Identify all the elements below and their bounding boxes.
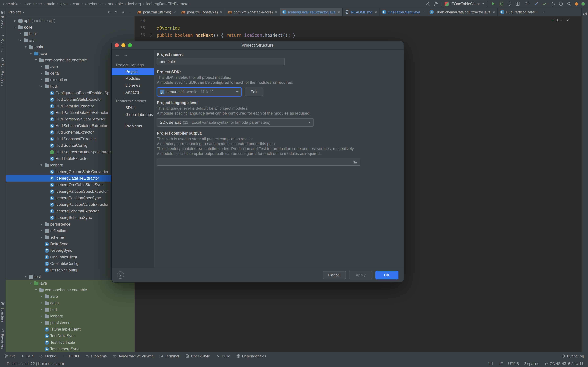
status-widget[interactable]: UTF-8 [508, 362, 519, 366]
next-issue-icon[interactable] [566, 18, 570, 22]
toolwindow-button-git[interactable]: Git [4, 354, 15, 358]
status-widget[interactable]: 2 spaces [524, 362, 539, 366]
run-config-selector[interactable]: ITOneTableClient [442, 0, 487, 7]
cancel-button[interactable]: Cancel [323, 271, 346, 279]
panel-title[interactable]: Project [8, 10, 21, 14]
tree-toggle-icon[interactable] [24, 275, 28, 279]
editor-tab[interactable]: CHudiSchemaCatalogExtractor.java× [427, 8, 498, 16]
tool-stripe-button-favorites[interactable]: Favorites [1, 328, 5, 349]
overriding-method-icon[interactable] [149, 33, 153, 37]
editor-tab[interactable]: COneTableClient.java× [379, 8, 427, 16]
editor-tab[interactable]: README.md× [343, 8, 380, 16]
breadcrumb-item[interactable]: java [60, 1, 68, 6]
breadcrumb-item[interactable]: onetable [3, 1, 18, 6]
status-message[interactable]: Tests passed: 22 (11 minutes ago) [7, 362, 64, 366]
close-window-icon[interactable] [115, 43, 119, 47]
dialog-nav-item[interactable]: Libraries [112, 82, 154, 89]
hidden-tabs-icon[interactable] [541, 10, 545, 14]
tree-toggle-icon[interactable] [34, 288, 38, 292]
history-button[interactable] [558, 1, 564, 6]
tree-item[interactable]: avro [6, 293, 135, 300]
toolwindow-button-todo[interactable]: TODO [62, 354, 79, 358]
user-icon[interactable] [425, 1, 430, 6]
breadcrumb-item[interactable]: IcebergDataFileExtractor [146, 1, 190, 6]
breadcrumb-item[interactable]: onetable [108, 1, 123, 6]
tree-item[interactable]: iceberg [6, 313, 135, 319]
tree-toggle-icon[interactable] [18, 32, 22, 36]
dialog-nav-item[interactable]: SDKs [112, 104, 154, 111]
dialog-nav-item[interactable]: Modules [112, 75, 154, 82]
dialog-nav-item[interactable]: Problems [112, 123, 154, 130]
tree-toggle-icon[interactable] [13, 19, 17, 23]
dialog-nav-item[interactable]: Artifacts [112, 89, 154, 96]
ok-button[interactable]: OK [375, 271, 398, 279]
edit-sdk-button[interactable]: Edit [245, 88, 263, 96]
tree-toggle-icon[interactable] [39, 84, 43, 88]
tree-item[interactable]: build [6, 31, 135, 37]
language-level-selector[interactable]: SDK default (11 - Local variable syntax … [157, 118, 314, 127]
panel-settings-button[interactable] [121, 10, 125, 14]
tree-toggle-icon[interactable] [39, 235, 43, 239]
tree-toggle-icon[interactable] [39, 314, 43, 318]
tool-stripe-button-project[interactable]: Project [1, 10, 5, 28]
status-widget[interactable]: 1:1 [488, 362, 493, 366]
tool-stripe-button-pull-requests[interactable]: Pull Requests [1, 58, 5, 86]
close-tab-icon[interactable]: × [422, 10, 425, 14]
debug-button[interactable] [499, 1, 504, 6]
toolwindow-button-terminal[interactable]: Terminal [159, 354, 179, 358]
run-button[interactable] [490, 1, 496, 6]
tree-item[interactable]: CITOneTableClient [6, 326, 135, 333]
commit-button[interactable] [542, 1, 547, 6]
tree-item[interactable]: CTestDeltaSync [6, 333, 135, 339]
tree-item[interactable]: CTestIcebergSync [6, 346, 135, 352]
tree-toggle-icon[interactable] [29, 281, 33, 285]
tree-toggle-icon[interactable] [39, 78, 43, 82]
status-widget[interactable]: LF [498, 362, 503, 366]
search-everywhere-button[interactable] [567, 1, 572, 6]
tree-toggle-icon[interactable] [39, 65, 43, 69]
tree-item[interactable]: com.onehouse.onetable [6, 287, 135, 293]
locate-file-button[interactable] [107, 10, 111, 14]
toolwindow-button-avro-parquet-viewer[interactable]: Avro/Parquet Viewer [113, 354, 153, 358]
tree-toggle-icon[interactable] [18, 38, 22, 42]
tree-toggle-icon[interactable] [29, 51, 33, 56]
editor-tab[interactable]: CIcebergDataFileExtractor.java× [280, 8, 343, 16]
update-badge-icon[interactable] [575, 2, 578, 5]
toolwindow-button-checkstyle[interactable]: CheckStyle [185, 354, 210, 358]
tree-item[interactable]: hudi [6, 306, 135, 313]
project-sdk-selector[interactable]: J temurin-11 version 11.0.12 [157, 88, 242, 96]
apply-button[interactable]: Apply [349, 271, 372, 279]
dialog-nav-item[interactable]: Global Libraries [112, 111, 154, 118]
tree-toggle-icon[interactable] [39, 321, 43, 325]
tree-toggle-icon[interactable] [39, 163, 43, 167]
hide-panel-button[interactable] [128, 10, 132, 14]
back-icon[interactable]: ← [115, 52, 120, 57]
breadcrumb-item[interactable]: iceberg [128, 1, 141, 6]
editor-tab[interactable]: mpom.xml (onetable-core)× [225, 8, 280, 16]
profiler-button[interactable] [515, 1, 520, 6]
breadcrumb-item[interactable]: onehouse [85, 1, 103, 6]
compiler-output-field[interactable] [157, 158, 360, 166]
tool-stripe-button-commit[interactable]: Commit [1, 34, 5, 52]
tree-toggle-icon[interactable] [34, 58, 38, 62]
git-branch-widget[interactable]: ONHS-4316-Java11 [545, 362, 583, 366]
close-tab-icon[interactable]: × [493, 10, 495, 14]
breadcrumb-item[interactable]: main [47, 1, 55, 6]
dialog-nav-item[interactable]: Project [112, 68, 154, 75]
toolwindow-button-dependencies[interactable]: Dependencies [236, 354, 266, 358]
help-button[interactable]: ? [117, 271, 124, 279]
tree-toggle-icon[interactable] [39, 294, 43, 298]
forward-icon[interactable]: → [124, 52, 128, 57]
toolwindow-button-run[interactable]: Run [21, 354, 33, 358]
editor-tab[interactable]: CHudiPartitionDataF [498, 8, 539, 16]
browse-folder-icon[interactable] [353, 160, 357, 164]
close-tab-icon[interactable]: × [275, 10, 277, 14]
status-dot-icon[interactable] [581, 2, 585, 5]
tree-toggle-icon[interactable] [39, 71, 43, 75]
breadcrumb-item[interactable]: core [24, 1, 31, 6]
prev-issue-icon[interactable] [560, 18, 564, 22]
editor-tab[interactable]: mpom.xml (utilities)× [135, 8, 178, 16]
minimize-window-icon[interactable] [121, 43, 125, 47]
toolwindow-button-build[interactable]: Build [216, 354, 230, 358]
collapse-all-button[interactable] [114, 10, 118, 14]
